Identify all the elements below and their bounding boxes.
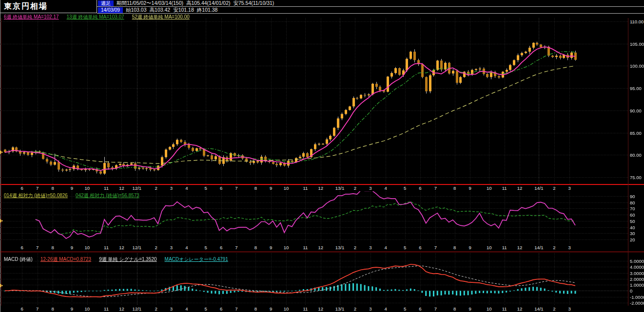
x-axis-label: 10 xyxy=(280,185,293,191)
y-axis-label: 90.00 xyxy=(630,108,644,113)
x-axis-label: 5 xyxy=(199,306,212,312)
week-close: 終101.38 xyxy=(197,7,218,14)
x-axis-label: 14/1 xyxy=(532,245,545,250)
x-axis-label: 11 xyxy=(299,245,312,250)
period-high: 高105.44(14/01/02) xyxy=(186,0,230,7)
legend-item: 6週 終値単純 MA=102.17 xyxy=(4,14,59,19)
x-axis-label: 6 xyxy=(215,245,228,250)
x-axis-label: 8 xyxy=(46,306,59,312)
y-axis-label: 75.00 xyxy=(630,175,644,180)
x-axis-label: 2 xyxy=(150,306,162,312)
y-axis-label: 80.00 xyxy=(630,152,644,158)
x-axis-label: 9 xyxy=(65,185,78,191)
header-ohlc-row: 14/03/09 始103.03 高103.42 安101.18 終101.38 xyxy=(97,7,644,14)
x-axis-label: 3 xyxy=(364,185,377,191)
x-axis-label: 7 xyxy=(230,306,243,312)
x-axis-label: 12 xyxy=(115,245,128,250)
x-axis-label: 9 xyxy=(265,185,277,191)
y-axis-label: 50 xyxy=(630,219,644,224)
plot-frame-right xyxy=(628,18,628,306)
x-axis-label: 7 xyxy=(429,306,442,312)
x-axis-label: 8 xyxy=(449,185,461,191)
x-axis-label: 11 xyxy=(498,306,511,312)
x-axis-label: 3 xyxy=(165,185,178,191)
x-axis-label: 12 xyxy=(513,185,526,191)
x-axis-label: 2 xyxy=(349,306,361,312)
y-axis-label: -2.0000 xyxy=(630,300,644,306)
y-axis-label: 3.0000 xyxy=(630,271,644,276)
x-axis-label: 13/1 xyxy=(333,245,346,250)
x-axis-label: 11 xyxy=(498,185,511,191)
legend-item: 12-26週 MACD=0.8723 xyxy=(40,257,91,262)
x-axis-label: 7 xyxy=(31,185,44,191)
x-axis-label: 2 xyxy=(548,306,561,312)
x-axis-label: 2 xyxy=(349,245,361,250)
x-axis-label: 6 xyxy=(16,306,28,312)
y-axis-label: 4.0000 xyxy=(630,264,644,270)
x-axis-label: 2 xyxy=(548,185,561,191)
x-axis-label: 10 xyxy=(483,245,495,250)
legend-item: 042週 相対力 (終値)=56.8573 xyxy=(76,193,139,198)
x-axis-label: 7 xyxy=(230,245,243,250)
x-axis-label: 4 xyxy=(180,185,193,191)
x-axis-label: 14/1 xyxy=(532,306,545,312)
y-axis-label: 85.00 xyxy=(630,130,644,136)
y-axis-label: 0 xyxy=(630,288,644,294)
x-axis-label: 3 xyxy=(165,245,178,250)
x-axis-label: 12 xyxy=(314,185,327,191)
plot-frame-left xyxy=(1,18,1,306)
x-axis-label: 6 xyxy=(16,185,28,191)
x-axis-label: 8 xyxy=(249,306,262,312)
price-chart-canvas[interactable] xyxy=(0,18,629,184)
y-axis-label: 5.0000 xyxy=(630,258,644,264)
legend-item: 014週 相対力 (終値)=50.0826 xyxy=(4,193,68,198)
x-axis-label: 7 xyxy=(429,185,442,191)
x-axis-label: 11 xyxy=(100,306,113,312)
x-axis-label: 5 xyxy=(199,185,212,191)
y-axis-label: 1.0000 xyxy=(630,282,644,288)
x-axis-label: 12 xyxy=(314,245,327,250)
x-axis-label: 7 xyxy=(31,306,44,312)
x-axis-label: 8 xyxy=(46,185,59,191)
x-axis-label: 3 xyxy=(563,185,576,191)
y-axis-label: 70 xyxy=(630,206,644,211)
y-axis-label: 30 xyxy=(630,231,644,236)
x-axis-label: 12 xyxy=(513,245,526,250)
x-axis-label: 5 xyxy=(199,245,212,250)
x-axis-label: 10 xyxy=(483,185,495,191)
x-axis-label: 7 xyxy=(429,245,442,250)
header-period-row: 週足 期間11/05/02〜14/03/14(150) 高105.44(14/0… xyxy=(97,0,644,7)
x-axis-label: 4 xyxy=(379,185,392,191)
x-axis-label: 6 xyxy=(215,185,228,191)
x-axis-label: 12 xyxy=(513,306,526,312)
x-axis-label: 3 xyxy=(563,306,576,312)
legend-item: MACD (終値) xyxy=(4,257,33,262)
rsi-chart-canvas[interactable] xyxy=(0,191,629,245)
x-axis-label: 14/1 xyxy=(532,185,545,191)
x-axis-label: 8 xyxy=(46,245,59,250)
x-axis-label: 12 xyxy=(115,306,128,312)
legend-item: 9週 単純 シグナル=1.3520 xyxy=(99,257,156,262)
y-axis-label: 60 xyxy=(630,212,644,218)
x-axis-label: 4 xyxy=(379,306,392,312)
legend-item: 13週 終値単純 MA=103.07 xyxy=(67,14,124,19)
x-axis-label: 9 xyxy=(464,185,476,191)
x-axis-label: 10 xyxy=(81,185,94,191)
y-axis-label: 80 xyxy=(630,200,644,205)
x-axis-label: 11 xyxy=(100,185,113,191)
legend-item: MACDオシレーター=-0.4791 xyxy=(165,257,228,262)
x-axis-label: 11 xyxy=(498,245,511,250)
rsi-x-axis: 678910111212/12345678910111213/123456789… xyxy=(0,245,629,251)
x-axis-label: 12/1 xyxy=(131,185,143,191)
y-axis-label: 20 xyxy=(630,237,644,242)
y-axis-label: 90 xyxy=(630,194,644,199)
title-bar: 東京円相場 xyxy=(0,0,97,13)
x-axis-label: 4 xyxy=(180,306,193,312)
week-high: 高103.42 xyxy=(150,7,171,14)
chart-gallery-window: 東京円相場 週足 期間11/05/02〜14/03/14(150) 高105.4… xyxy=(0,0,644,312)
x-axis-label: 6 xyxy=(16,245,28,250)
x-axis-label: 6 xyxy=(414,245,427,250)
x-axis-label: 4 xyxy=(379,245,392,250)
timeframe-badge: 週足 xyxy=(98,0,114,6)
x-axis-label: 5 xyxy=(399,306,411,312)
